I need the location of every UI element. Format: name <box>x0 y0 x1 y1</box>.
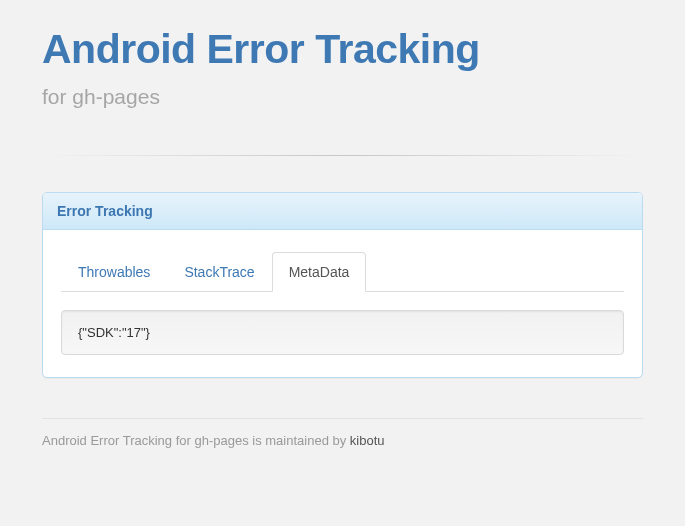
metadata-content: {"SDK":"17"} <box>61 310 624 355</box>
tab-metadata[interactable]: MetaData <box>272 252 367 292</box>
tabs-list: Throwables StackTrace MetaData <box>61 252 624 292</box>
maintainer-link[interactable]: kibotu <box>350 433 385 448</box>
footer-text: Android Error Tracking for gh-pages is m… <box>42 433 350 448</box>
page-title: Android Error Tracking <box>42 0 643 71</box>
tab-throwables[interactable]: Throwables <box>61 252 167 292</box>
section-divider <box>42 155 643 156</box>
tab-stacktrace[interactable]: StackTrace <box>167 252 271 292</box>
panel-heading: Error Tracking <box>43 193 642 230</box>
panel-body: Throwables StackTrace MetaData {"SDK":"1… <box>43 230 642 377</box>
footer: Android Error Tracking for gh-pages is m… <box>42 418 643 448</box>
error-tracking-panel: Error Tracking Throwables StackTrace Met… <box>42 192 643 378</box>
page-subtitle: for gh-pages <box>42 85 643 109</box>
